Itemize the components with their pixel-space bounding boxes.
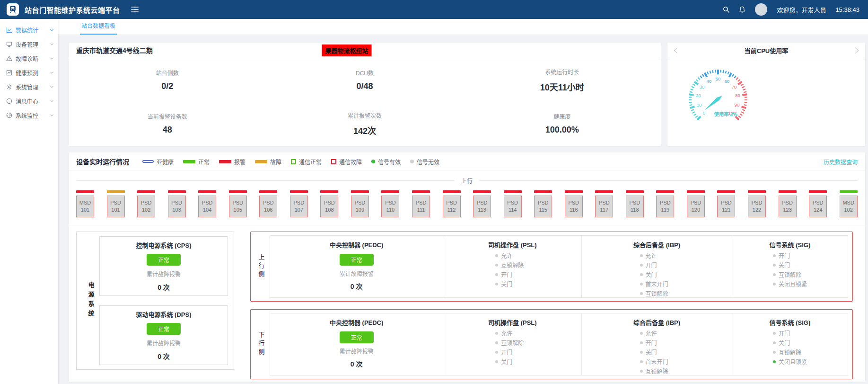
counter-label: 累计故障报警 bbox=[340, 347, 374, 355]
stat-cell: 当前报警设备数 48 bbox=[69, 102, 266, 145]
panel-column-title: 综合后备盘 (IBP) bbox=[633, 240, 680, 249]
counter-value: 0 次 bbox=[158, 282, 170, 292]
status-item: 关门 bbox=[773, 261, 807, 269]
overview-card: 重庆市轨道交通4号线二期 果园物流枢纽站 站台侧数 0/2 DCU数 0/48 … bbox=[69, 43, 661, 146]
search-icon[interactable] bbox=[723, 6, 729, 13]
svg-text:10: 10 bbox=[697, 102, 702, 107]
status-badge: 正常 bbox=[147, 254, 181, 266]
status-dot-icon bbox=[773, 360, 776, 363]
device-status-bar bbox=[748, 190, 766, 193]
device-card-psd-118[interactable]: PSD 118 bbox=[626, 190, 644, 217]
sidebar-item-health-prediction[interactable]: 健康预测 bbox=[0, 65, 58, 80]
legend-swatch-icon bbox=[371, 160, 375, 163]
device-card-psd-109[interactable]: PSD 109 bbox=[351, 190, 369, 217]
gear-icon bbox=[6, 84, 12, 90]
pedc-title: 中央控制器 (PEDC) bbox=[330, 240, 383, 249]
device-status-bar bbox=[381, 190, 399, 193]
device-card-psd-110[interactable]: PSD 110 bbox=[381, 190, 399, 217]
device-card-psd-119[interactable]: PSD 119 bbox=[656, 190, 674, 217]
device-card-psd-122[interactable]: PSD 122 bbox=[748, 190, 766, 217]
status-item: 关门 bbox=[640, 270, 674, 278]
legend-swatch-icon bbox=[410, 160, 414, 163]
status-dot-icon bbox=[640, 360, 643, 363]
status-item: 开门 bbox=[773, 329, 807, 337]
device-card-psd-101[interactable]: PSD 101 bbox=[107, 190, 125, 217]
device-card-psd-104[interactable]: PSD 104 bbox=[198, 190, 216, 217]
overview-stats: 站台侧数 0/2 DCU数 0/48 系统运行时长 10天11小时 当前报警设备… bbox=[69, 58, 661, 145]
sidebar-item-message-center[interactable]: 消息中心 bbox=[0, 94, 58, 108]
direction-divider: 上行 bbox=[76, 177, 858, 185]
legend-swatch-icon bbox=[142, 160, 154, 163]
welcome-text[interactable]: 欢迎您，开发人员 bbox=[777, 5, 826, 14]
device-card-psd-116[interactable]: PSD 116 bbox=[565, 190, 583, 217]
sidebar-item-system-monitor[interactable]: 系统监控 bbox=[0, 108, 58, 122]
device-card-msd-102[interactable]: MSD 102 bbox=[840, 190, 858, 217]
device-card-psd-108[interactable]: PSD 108 bbox=[320, 190, 338, 217]
status-dot-icon bbox=[495, 273, 498, 276]
counter-label: 累计故障报警 bbox=[340, 269, 374, 277]
device-card-psd-120[interactable]: PSD 120 bbox=[687, 190, 705, 217]
device-card-psd-112[interactable]: PSD 112 bbox=[443, 190, 461, 217]
user-avatar[interactable] bbox=[755, 3, 767, 16]
device-status-bar bbox=[107, 190, 125, 193]
sidebar-collapse-icon[interactable] bbox=[131, 6, 139, 13]
device-card-psd-107[interactable]: PSD 107 bbox=[290, 190, 308, 217]
panel-column: 综合后备盘 (IBP) 允许 开门 关门 首末开门 互锁解除 bbox=[582, 236, 732, 297]
counter-label: 累计故障报警 bbox=[147, 339, 181, 347]
status-dot-icon bbox=[495, 351, 498, 354]
tab-station-dashboard[interactable]: 站台数据看板 bbox=[80, 21, 117, 35]
device-card-psd-121[interactable]: PSD 121 bbox=[717, 190, 735, 217]
svg-text:90: 90 bbox=[735, 102, 740, 107]
device-card-psd-113[interactable]: PSD 113 bbox=[473, 190, 491, 217]
status-dot-icon bbox=[495, 332, 498, 335]
status-dot-icon bbox=[640, 283, 643, 286]
downstream-side-panel: 下行侧 中央控制器 (PEDC) 正常 累计故障报警 0 次 司机操作盘 (PS… bbox=[250, 309, 853, 379]
status-dot-icon bbox=[640, 264, 643, 267]
chevron-down-icon bbox=[50, 113, 54, 117]
pedc-column: 中央控制器 (PEDC) 正常 累计故障报警 0 次 bbox=[270, 236, 443, 297]
sidebar-item-data-statistics[interactable]: 数据统计 bbox=[0, 23, 58, 37]
device-card-psd-124[interactable]: PSD 124 bbox=[809, 190, 827, 217]
device-card-psd-111[interactable]: PSD 111 bbox=[412, 190, 430, 217]
app-title: 站台门智能维护系统云端平台 bbox=[25, 5, 120, 15]
status-dot-icon bbox=[773, 273, 776, 276]
device-card-psd-114[interactable]: PSD 114 bbox=[504, 190, 522, 217]
status-item: 关闭且锁紧 bbox=[773, 357, 807, 366]
carousel-prev-icon[interactable] bbox=[674, 47, 680, 54]
status-dot-icon bbox=[773, 351, 776, 354]
sidebar-item-fault-diagnosis[interactable]: 故障诊断 bbox=[0, 51, 58, 65]
legend-item: 报警 bbox=[219, 158, 245, 166]
device-card-psd-117[interactable]: PSD 117 bbox=[595, 190, 613, 217]
bell-icon[interactable] bbox=[739, 6, 745, 13]
device-card-psd-102[interactable]: PSD 102 bbox=[137, 190, 155, 217]
device-section-title: 设备实时运行情况 bbox=[76, 157, 129, 166]
status-item: 开门 bbox=[495, 348, 529, 356]
history-data-link[interactable]: 历史数据查询 bbox=[824, 158, 858, 166]
chevron-down-icon bbox=[50, 56, 54, 61]
device-card-psd-115[interactable]: PSD 115 bbox=[534, 190, 552, 217]
sidebar-item-device-management[interactable]: 设备管理 bbox=[0, 37, 58, 51]
device-card-msd-101[interactable]: MSD 101 bbox=[76, 190, 94, 217]
clock: 15:38:43 bbox=[835, 6, 859, 13]
sidebar-item-system-management[interactable]: 系统管理 bbox=[0, 80, 58, 94]
counter-value: 0 次 bbox=[158, 351, 170, 361]
stat-value: 0/2 bbox=[161, 81, 173, 91]
device-card-psd-106[interactable]: PSD 106 bbox=[259, 190, 277, 217]
legend-swatch-icon bbox=[219, 160, 231, 163]
status-dot-icon bbox=[640, 273, 643, 276]
svg-text:60: 60 bbox=[725, 79, 730, 84]
stat-value: 10天11小时 bbox=[540, 80, 584, 93]
stat-cell: 健康度 100.00% bbox=[464, 102, 661, 145]
device-card-psd-123[interactable]: PSD 123 bbox=[779, 190, 797, 217]
status-item: 关门 bbox=[495, 357, 529, 366]
device-card-psd-103[interactable]: PSD 103 bbox=[168, 190, 186, 217]
power-system-panel: 电源系统 控制电源系统 (CPS) 正常 累计故障报警 0 次 驱动电源系统 (… bbox=[76, 232, 234, 370]
line-chart-icon bbox=[6, 27, 12, 33]
stat-value: 48 bbox=[163, 125, 172, 135]
carousel-next-icon[interactable] bbox=[852, 47, 859, 54]
status-dot-icon bbox=[640, 351, 643, 354]
device-card-psd-105[interactable]: PSD 105 bbox=[229, 190, 247, 217]
status-item: 允许 bbox=[495, 251, 529, 259]
tabbar: 站台数据看板 bbox=[58, 19, 868, 35]
status-item: 互锁解除 bbox=[773, 348, 807, 356]
